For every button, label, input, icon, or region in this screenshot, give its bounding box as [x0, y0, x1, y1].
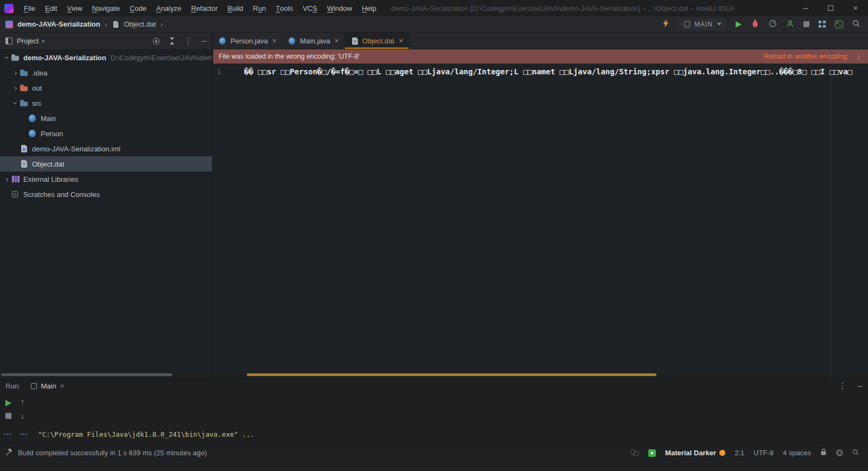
indent-style[interactable]: 4 spaces: [783, 449, 811, 457]
search-everywhere-icon[interactable]: [852, 20, 860, 29]
run-tab[interactable]: Main ×: [28, 379, 67, 392]
tree-item[interactable]: Object.dat: [0, 156, 212, 171]
menu-item[interactable]: Window: [322, 0, 357, 16]
maximize-button[interactable]: [818, 0, 843, 16]
arrow-up-icon[interactable]: ↑: [21, 397, 24, 406]
tree-item[interactable]: src: [0, 96, 212, 111]
menu-item[interactable]: Run: [248, 0, 271, 16]
menu-item[interactable]: View: [62, 0, 87, 16]
main-menu: File Edit View Navigate Code Analyze Ref…: [19, 0, 381, 16]
horizontal-scrollbar[interactable]: [1, 373, 173, 376]
horizontal-scrollbar[interactable]: [247, 373, 656, 376]
minimize-button[interactable]: ─: [793, 0, 818, 16]
close-icon[interactable]: ×: [60, 382, 65, 390]
editor-tab[interactable]: Main.java ×: [283, 33, 345, 49]
breadcrumb-file[interactable]: Object.dat: [111, 20, 156, 29]
code-with-me-icon[interactable]: [786, 20, 794, 29]
menu-item[interactable]: Analyze: [151, 0, 186, 16]
tree-item[interactable]: demo-JAVA-Serialization.iml: [0, 141, 212, 156]
arrow-down-icon[interactable]: ↓: [21, 411, 24, 420]
tree-item-icon: [20, 99, 29, 107]
tree-item-icon: [20, 68, 29, 77]
rerun-button[interactable]: [5, 400, 11, 406]
debug-button[interactable]: [751, 19, 760, 29]
menu-item[interactable]: Code: [125, 0, 151, 16]
project-panel-title[interactable]: Project: [17, 37, 39, 45]
hide-panel-icon[interactable]: ─: [202, 37, 207, 45]
menu-item[interactable]: Help: [357, 0, 381, 16]
tree-item[interactable]: Scratches and Consoles: [0, 187, 212, 202]
project-panel-icon: [5, 37, 12, 44]
options-kebab-icon[interactable]: ⋮: [839, 381, 847, 391]
editor-body: 1 �� □□sr □□Person�□/�=f�□¤□ □□L □□aget …: [213, 63, 868, 379]
close-icon[interactable]: ×: [399, 36, 403, 45]
tab-label: Person.java: [231, 37, 268, 45]
banner-kebab-icon[interactable]: ⋮: [855, 52, 863, 61]
tree-item[interactable]: External Libraries: [0, 171, 212, 187]
sync-status-icon[interactable]: [630, 449, 639, 456]
tree-chevron-icon[interactable]: [12, 99, 20, 107]
tree-chevron-icon[interactable]: [12, 68, 20, 77]
breadcrumb-project[interactable]: demo-JAVA-Serialization: [17, 20, 100, 28]
collapse-all-icon[interactable]: [169, 37, 175, 44]
locate-file-icon[interactable]: [153, 38, 159, 44]
file-type-icon: [350, 37, 359, 45]
tree-item[interactable]: demo-JAVA-Serialization D:\Codegym\Exerc…: [0, 50, 212, 65]
file-encoding[interactable]: UTF-8: [754, 449, 774, 457]
tree-item-label: demo-JAVA-Serialization.iml: [32, 145, 120, 153]
tree-item-label: src: [32, 99, 41, 107]
run-panel-header: Run: Main × ⋮ ─: [0, 379, 868, 392]
more-icon[interactable]: ⋯: [3, 429, 12, 439]
tree-chevron-icon[interactable]: [12, 84, 20, 92]
run-button[interactable]: [736, 21, 742, 28]
tree-item[interactable]: Person: [0, 126, 212, 141]
project-tree: demo-JAVA-Serialization D:\Codegym\Exerc…: [0, 50, 212, 371]
tree-item[interactable]: out: [0, 80, 212, 96]
notifications-icon[interactable]: [836, 449, 843, 456]
tree-chevron-icon[interactable]: [3, 175, 11, 183]
tree-item[interactable]: Main: [0, 111, 212, 126]
options-kebab-icon[interactable]: ⋮: [184, 36, 193, 46]
menu-item[interactable]: Build: [222, 0, 248, 16]
services-grid-icon[interactable]: [819, 21, 826, 28]
editor-content[interactable]: �� □□sr □□Person�□/�=f�□¤□ □□L □□aget □□…: [244, 67, 868, 76]
encoding-banner: File was loaded in the wrong encoding: '…: [213, 49, 868, 63]
caret-position[interactable]: 2:1: [735, 449, 744, 457]
close-button[interactable]: ×: [843, 0, 868, 16]
menu-item[interactable]: VCS: [298, 0, 322, 16]
close-icon[interactable]: ×: [272, 36, 277, 45]
line-number: 1: [213, 67, 222, 76]
editor-tab[interactable]: Object.dat ×: [345, 33, 409, 49]
terminal-icon[interactable]: [835, 21, 843, 28]
hide-panel-icon[interactable]: ─: [858, 382, 863, 390]
project-panel-header: Project ▾ ⋮ ─: [0, 33, 212, 50]
menu-item[interactable]: Edit: [40, 0, 62, 16]
menu-item[interactable]: Tools: [271, 0, 298, 16]
tree-item-path: D:\Codegym\Exercise\JAVA\demo-JA: [111, 54, 212, 62]
tree-chevron-icon[interactable]: [3, 53, 11, 62]
run-configuration-select[interactable]: MAIN: [679, 18, 726, 30]
close-icon[interactable]: ×: [334, 36, 339, 45]
lock-icon[interactable]: [820, 448, 827, 457]
tree-item-icon: [28, 114, 37, 123]
menu-item[interactable]: Refactor: [186, 0, 222, 16]
menu-item[interactable]: Navigate: [87, 0, 125, 16]
reload-encoding-link[interactable]: Reload in another encoding: [764, 53, 847, 60]
search-icon[interactable]: [852, 449, 859, 457]
stop-button[interactable]: [5, 413, 11, 419]
code-line: 1 �� □□sr □□Person�□/�=f�□¤□ □□L □□aget …: [213, 63, 868, 76]
status-bar: Build completed successfully in 1 s 639 …: [0, 443, 868, 471]
menu-item[interactable]: File: [19, 0, 40, 16]
tab-label: Main.java: [300, 37, 330, 45]
more-icon[interactable]: ⋯: [20, 429, 28, 439]
stop-button[interactable]: [803, 21, 809, 27]
file-type-icon: [219, 37, 227, 45]
chevron-down-icon: [717, 23, 722, 26]
chevron-down-icon[interactable]: ▾: [42, 39, 44, 44]
editor-tab[interactable]: Person.java ×: [213, 33, 283, 49]
build-hammer-icon[interactable]: [662, 19, 670, 29]
theme-widget[interactable]: Material Darker: [665, 449, 725, 457]
profiler-icon[interactable]: [769, 20, 777, 29]
run-status-icon[interactable]: [648, 449, 656, 457]
tree-item[interactable]: .idea: [0, 65, 212, 80]
